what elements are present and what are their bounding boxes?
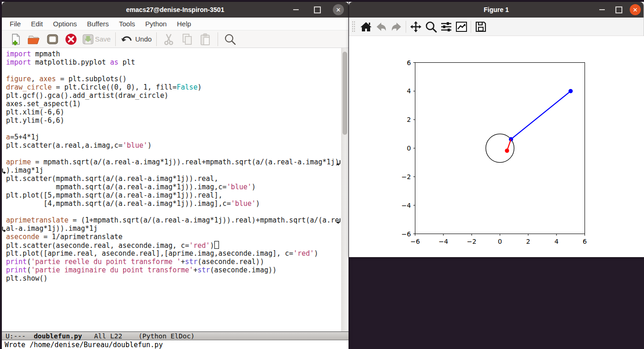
dired-button[interactable] xyxy=(43,32,62,47)
x-tick-label: −2 xyxy=(467,238,477,245)
minimize-icon xyxy=(293,9,299,10)
code-line[interactable]: mpmath.sqrt(a/(a.real-a.imag*1j)).imag,c… xyxy=(2,183,341,191)
code-token-pl: plt.scatter(a.real,a.imag,c= xyxy=(6,141,123,150)
code-token-var: aprime xyxy=(6,158,31,166)
code-token-kw: as xyxy=(110,58,118,66)
figure-options-button[interactable] xyxy=(454,19,469,34)
open-file-button[interactable] xyxy=(25,32,43,47)
code-line[interactable]: aprimetranslate = (1+mpmath.sqrt(a/(a.re… xyxy=(2,216,341,224)
home-button[interactable] xyxy=(358,19,373,34)
maximize-button[interactable] xyxy=(613,4,624,15)
code-line[interactable]: plt.scatter(a.real,a.imag,c='blue') xyxy=(2,141,341,150)
menu-options[interactable]: Options xyxy=(48,18,82,30)
menu-buffers[interactable]: Buffers xyxy=(82,18,114,30)
configure-subplots-button[interactable] xyxy=(438,19,454,34)
menu-edit[interactable]: Edit xyxy=(26,18,48,30)
code-token-pl: axes.set_aspect(1) xyxy=(6,100,81,108)
matplotlib-plot: −6−4−20246−6−4−20246 xyxy=(349,36,644,257)
emacs-scrollbar[interactable] xyxy=(341,48,349,331)
code-line[interactable]: import mpmath xyxy=(2,50,341,58)
code-token-pl: = plt.Circle((0, 0), 1, fill= xyxy=(52,83,177,91)
maximize-button[interactable] xyxy=(312,4,323,15)
code-line[interactable]: ).imag*1j xyxy=(2,166,341,174)
code-token-pl: ) xyxy=(197,83,201,91)
code-line[interactable]: [4,mpmath.sqrt(a/(a.real-a.imag*1j)).ima… xyxy=(2,199,341,208)
modeline-buffer-name: doublefun.py xyxy=(34,332,82,340)
code-line[interactable]: plt.scatter(mpmath.sqrt(a/(a.real-a.imag… xyxy=(2,174,341,183)
code-line[interactable]: draw_circle = plt.Circle((0, 0), 1, fill… xyxy=(2,83,341,91)
code-line[interactable]: plt.gcf().gca().add_artist(draw_circle) xyxy=(2,91,341,100)
code-line[interactable]: aseconde = 1/aprimetranslate xyxy=(2,233,341,241)
code-line[interactable] xyxy=(2,125,341,133)
emacs-titlebar[interactable]: emacs27@denise-Inspiron-3501 ✕ xyxy=(2,2,349,18)
copy-button[interactable] xyxy=(178,32,196,47)
menu-file[interactable]: File xyxy=(5,18,26,30)
open-file-icon xyxy=(28,34,41,45)
menu-tools[interactable]: Tools xyxy=(114,18,140,30)
code-line[interactable] xyxy=(2,150,341,158)
forward-button[interactable] xyxy=(389,19,404,34)
new-file-button[interactable] xyxy=(6,32,25,47)
close-icon: ✕ xyxy=(336,6,341,13)
code-line[interactable]: a=5+4*1j xyxy=(2,133,341,141)
code-line[interactable]: plt.plot([aprime.real, aseconde.real],[a… xyxy=(2,249,341,258)
code-line[interactable] xyxy=(2,66,341,75)
toolbar-grip[interactable] xyxy=(352,21,355,33)
code-line[interactable]: plt.show() xyxy=(2,274,341,283)
figure-titlebar[interactable]: Figure 1 ✕ xyxy=(349,2,644,18)
emacs-toolbar: SaveUndo xyxy=(2,30,349,48)
pan-button[interactable] xyxy=(408,19,423,34)
paste-button[interactable] xyxy=(196,32,215,47)
emacs-buffer-area[interactable]: import mpmathimport matplotlib.pyplot as… xyxy=(2,48,349,331)
code-line[interactable]: print('partie reelle du point transforme… xyxy=(2,258,341,266)
menu-help[interactable]: Help xyxy=(172,18,196,30)
minimize-button[interactable] xyxy=(597,4,608,15)
close-button[interactable]: ✕ xyxy=(333,4,344,15)
save-figure-button[interactable] xyxy=(473,19,488,34)
cut-button[interactable] xyxy=(160,32,178,47)
modeline-position: All L22 xyxy=(94,332,122,340)
code-line[interactable]: plt.scatter(aseconde.real, aseconde.imag… xyxy=(2,241,341,249)
zoom-to-rect-button[interactable] xyxy=(423,19,438,34)
back-button[interactable] xyxy=(373,19,389,34)
code-token-pl: [4,mpmath.sqrt(a/(a.real-a.imag*1j)).ima… xyxy=(6,199,231,208)
close-button[interactable]: ✕ xyxy=(630,4,641,15)
code-token-pl: = 1/aprimetranslate xyxy=(39,233,123,241)
code-token-pl: (aseconde.imag)) xyxy=(210,266,277,274)
code-token-str: 'partie imaginaire du point transforme' xyxy=(31,266,193,274)
code-line[interactable]: print('partie imaginaire du point transf… xyxy=(2,266,341,274)
code-line[interactable]: plt.xlim(-6,6) xyxy=(2,108,341,116)
code-token-str: 'blue' xyxy=(123,141,148,150)
code-token-pl: mpmath.sqrt(a/(a.real-a.imag*1j)).imag,c… xyxy=(6,183,227,191)
code-token-kw: import xyxy=(6,58,31,66)
x-tick-label: 6 xyxy=(583,238,587,245)
menu-python[interactable]: Python xyxy=(140,18,172,30)
code-token-pl: plt.gcf().gca().add_artist(draw_circle) xyxy=(6,91,168,100)
code-token-pl: al-a.imag*1j)).imag*1j xyxy=(6,224,98,233)
code-line[interactable]: plt.ylim(-6,6) xyxy=(2,116,341,125)
code-line[interactable]: figure, axes = plt.subplots() xyxy=(2,75,341,83)
emacs-modeline[interactable]: U:--- doublefun.py All L22 (Python ElDoc… xyxy=(2,331,349,340)
scrollbar-thumb[interactable] xyxy=(343,52,347,135)
kill-buffer-button[interactable] xyxy=(62,32,80,47)
save-buffer-button[interactable]: Save xyxy=(80,32,112,47)
code-line[interactable] xyxy=(2,208,341,216)
code-token-kw: print xyxy=(6,266,27,274)
isearch-button[interactable] xyxy=(221,32,239,47)
code-token-bi: str xyxy=(185,258,197,266)
undo-button[interactable]: Undo xyxy=(118,32,154,47)
code-token-bi: str xyxy=(197,266,210,274)
code-line[interactable]: aprime = mpmath.sqrt(a/(a.real-a.imag*1j… xyxy=(2,158,341,166)
code-editor[interactable]: import mpmathimport matplotlib.pyplot as… xyxy=(2,50,341,283)
code-line[interactable]: import matplotlib.pyplot as plt xyxy=(2,58,341,66)
save-buffer-label: Save xyxy=(95,35,111,43)
pan-icon xyxy=(410,21,422,33)
code-line[interactable]: plt.plot([5,mpmath.sqrt(a/(a.real-a.imag… xyxy=(2,191,341,199)
kill-buffer-icon xyxy=(65,33,77,45)
code-token-str: 'red' xyxy=(189,241,210,250)
minimize-button[interactable] xyxy=(290,4,301,15)
plot-canvas[interactable]: −6−4−20246−6−4−20246 xyxy=(349,36,644,257)
code-token-str: 'red' xyxy=(293,249,314,258)
code-line[interactable]: al-a.imag*1j)).imag*1j xyxy=(2,224,341,233)
code-line[interactable]: axes.set_aspect(1) xyxy=(2,100,341,108)
